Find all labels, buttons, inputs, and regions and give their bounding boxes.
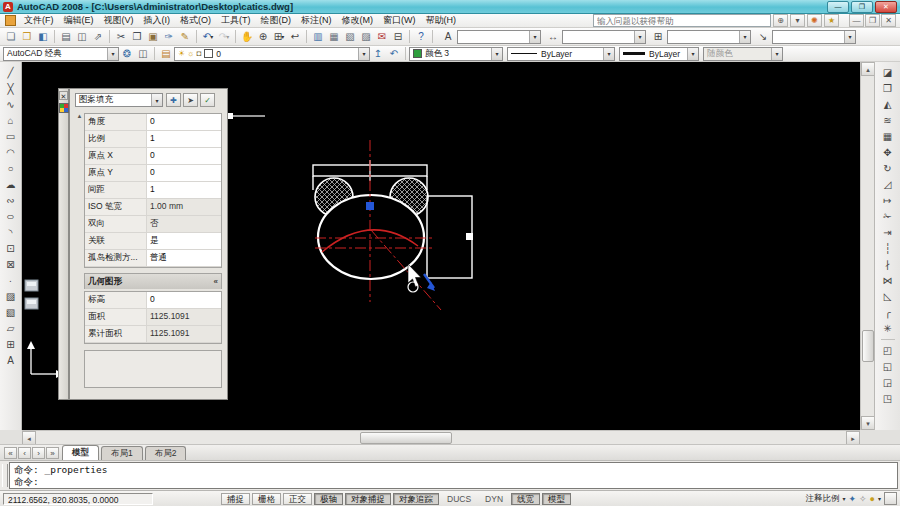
copy-button[interactable]: ❐ (129, 29, 145, 44)
send-under-objects-button[interactable]: ◳ (879, 391, 897, 406)
doc-close-button[interactable]: ✕ (881, 14, 896, 27)
style-combo[interactable]: ▾ (457, 30, 541, 44)
annotation-autoscale-icon[interactable]: ✧ (859, 494, 867, 504)
layer-properties-manager-button[interactable]: ▤ (158, 46, 174, 61)
quick-select-button[interactable]: ✓ (200, 93, 215, 107)
construction-line-button[interactable]: ╳ (2, 81, 20, 96)
tray-caret-icon[interactable]: ▾ (878, 495, 881, 502)
arc-button[interactable]: ◠ (2, 145, 20, 160)
combo-arrow-icon[interactable]: ▾ (687, 48, 698, 60)
combo-arrow-icon[interactable]: ▾ (491, 48, 502, 60)
command-window-grip[interactable] (2, 464, 8, 487)
bring-above-objects-button[interactable]: ◲ (879, 375, 897, 390)
polygon-button[interactable]: ⌂ (2, 113, 20, 128)
toggle-pickadd-button[interactable]: ✚ (166, 93, 181, 107)
scale-button[interactable]: ◿ (879, 177, 897, 192)
combo-arrow-icon[interactable]: ▾ (358, 48, 369, 60)
menu-item[interactable]: 视图(V) (99, 14, 139, 27)
linetype-combo[interactable]: ByLayer ▾ (507, 47, 615, 61)
model-space-toggle[interactable]: 模型 (542, 493, 571, 505)
menu-item[interactable]: 修改(M) (337, 14, 379, 27)
markup-set-manager-button[interactable]: ✉ (374, 29, 390, 44)
pan-button[interactable]: ✋ (239, 29, 255, 44)
designcenter-button[interactable]: ▦ (326, 29, 342, 44)
otrack-toggle[interactable]: 对象追踪 (393, 493, 439, 505)
scroll-down-icon[interactable]: ▾ (861, 416, 875, 430)
ortho-toggle[interactable]: 正交 (283, 493, 312, 505)
help-search-input[interactable] (593, 14, 771, 27)
autocad-app-icon[interactable]: A (3, 2, 13, 12)
combo-arrow-icon[interactable]: ▾ (529, 31, 540, 43)
property-value[interactable]: 普通 (147, 250, 221, 266)
open-button[interactable]: ❒ (19, 29, 35, 44)
collapse-chevron-icon[interactable]: « (214, 277, 218, 286)
save-workspace-button[interactable]: ◫ (135, 46, 151, 61)
combo-arrow-icon[interactable]: ▾ (739, 31, 750, 43)
grid-toggle[interactable]: 栅格 (252, 493, 281, 505)
sheet-set-manager-button[interactable]: ▨ (358, 29, 374, 44)
layer-combo[interactable]: ☀☼◘ 0 ▾ (174, 47, 370, 61)
mtext-button[interactable]: A (2, 353, 20, 368)
properties-button[interactable]: ▥ (310, 29, 326, 44)
menu-item[interactable]: 插入(I) (139, 14, 176, 27)
workspace-combo[interactable]: AutoCAD 经典 ▾ (3, 47, 119, 61)
search-caret-icon[interactable]: ▾ (790, 14, 805, 27)
property-value[interactable]: 1 (147, 182, 221, 198)
layer-previous-button[interactable]: ↶ (386, 46, 402, 61)
match-properties-button[interactable]: ✑ (161, 29, 177, 44)
property-value[interactable]: 否 (147, 216, 221, 232)
doc-minimize-button[interactable]: — (849, 14, 864, 27)
palette-title-strip[interactable]: ✕ (58, 88, 69, 400)
combo-arrow-icon[interactable]: ▾ (603, 48, 614, 60)
offset-button[interactable]: ≋ (879, 113, 897, 128)
revision-cloud-button[interactable]: ☁ (2, 177, 20, 192)
quickcalc-button[interactable]: ⊟ (390, 29, 406, 44)
cut-button[interactable]: ✂ (113, 29, 129, 44)
send-to-back-button[interactable]: ◱ (879, 359, 897, 374)
anchored-window-icon-2[interactable] (25, 298, 38, 309)
vertical-scroll-thumb[interactable] (862, 330, 874, 362)
communication-center-icon[interactable]: ✺ (807, 14, 822, 27)
selection-grip[interactable] (366, 202, 374, 210)
scroll-up-icon[interactable]: ▴ (861, 62, 875, 76)
line-button[interactable]: ╱ (2, 65, 20, 80)
doc-restore-button[interactable]: ❐ (865, 14, 880, 27)
menu-item[interactable]: 格式(O) (175, 14, 216, 27)
interface-lock-icon[interactable]: ● (870, 494, 875, 504)
ellipse-button[interactable]: ○ (2, 209, 20, 224)
menu-item[interactable]: 绘图(D) (256, 14, 297, 27)
combo-arrow-icon[interactable]: ▾ (844, 31, 855, 43)
ellipse-arc-button[interactable]: ◝ (2, 225, 20, 240)
point-button[interactable]: ∙ (2, 273, 20, 288)
drawing-doc-icon[interactable] (5, 15, 16, 26)
style-combo[interactable]: ▾ (667, 30, 751, 44)
break-button[interactable]: ∤ (879, 257, 897, 272)
menu-item[interactable]: 编辑(E) (59, 14, 99, 27)
menu-item[interactable]: 标注(N) (296, 14, 337, 27)
erase-button[interactable]: ◪ (879, 65, 897, 80)
polar-toggle[interactable]: 极轴 (314, 493, 343, 505)
region-button[interactable]: ▱ (2, 321, 20, 336)
help-button[interactable]: ? (413, 29, 429, 44)
combo-arrow-icon[interactable]: ▾ (151, 94, 162, 106)
mirror-button[interactable]: ◭ (879, 97, 897, 112)
osnap-toggle[interactable]: 对象捕捉 (345, 493, 391, 505)
property-value[interactable]: 1125.1091 (147, 326, 221, 342)
move-button[interactable]: ✥ (879, 145, 897, 160)
command-text-area[interactable]: 命令: _properties 命令: (9, 462, 898, 489)
lineweight-combo[interactable]: ByLayer ▾ (619, 47, 699, 61)
publish-button[interactable]: ⇗ (90, 29, 106, 44)
tab-first-button[interactable]: « (4, 447, 17, 459)
style-combo[interactable]: ▾ (772, 30, 856, 44)
select-objects-button[interactable]: ➤ (183, 93, 198, 107)
style-combo[interactable]: ▾ (562, 30, 646, 44)
tab-last-button[interactable]: » (46, 447, 59, 459)
property-value[interactable]: 是 (147, 233, 221, 249)
circle-button[interactable]: ○ (2, 161, 20, 176)
plot-button[interactable]: ▤ (58, 29, 74, 44)
plot-preview-button[interactable]: ◫ (74, 29, 90, 44)
clean-screen-button[interactable] (884, 492, 897, 505)
object-type-combo[interactable]: 图案填充 ▾ (75, 93, 163, 107)
zoom-previous-button[interactable]: ↩ (287, 29, 303, 44)
horizontal-scroll-thumb[interactable] (360, 432, 452, 444)
